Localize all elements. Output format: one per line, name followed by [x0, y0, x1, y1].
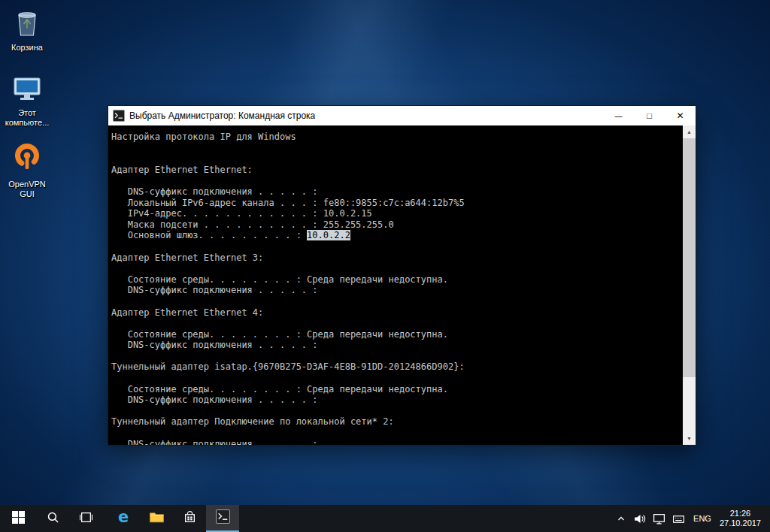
desktop-icon-label: Этот компьюте...	[4, 108, 50, 128]
console-line: Состояние среды. . . . . . . . : Среда п…	[111, 274, 683, 286]
console-text: Туннельный адаптер Подключение по локаль…	[111, 416, 394, 427]
console-text: Адаптер Ethernet Ethernet 4:	[111, 307, 263, 318]
console-line: Туннельный адаптер Подключение по локаль…	[111, 416, 683, 428]
console-line	[111, 428, 683, 439]
console-line	[111, 318, 683, 329]
console-line: Адаптер Ethernet Ethernet 3:	[111, 252, 683, 264]
taskbar-item-store[interactable]	[173, 505, 206, 532]
desktop: Корзина Этот компьюте...	[0, 0, 770, 505]
console-text: DNS-суффикс подключения . . . . . :	[111, 394, 318, 405]
command-prompt-window: Выбрать Администратор: Командная строка …	[108, 105, 696, 446]
console-line: IPv4-адрес. . . . . . . . . . . . : 10.0…	[111, 208, 683, 219]
console-text: Маска подсети . . . . . . . . . . : 255.…	[111, 219, 394, 230]
maximize-button[interactable]: □	[634, 106, 665, 125]
taskbar-item-cmd[interactable]	[206, 505, 239, 532]
volume-icon[interactable]	[633, 512, 646, 525]
console-line	[111, 241, 683, 252]
desktop-icon-label: OpenVPN GUI	[4, 180, 50, 199]
console-line: Локальный IPv6-адрес канала . . . : fe80…	[111, 198, 683, 209]
console-line	[111, 351, 683, 362]
svg-text:e: e	[118, 509, 129, 525]
minimize-button[interactable]: —	[603, 106, 634, 125]
console-line	[111, 406, 683, 417]
cmd-icon	[216, 509, 230, 527]
console-line	[111, 143, 683, 154]
console-output: Настройка протокола IP для Windows Адапт…	[108, 125, 683, 445]
touch-keyboard-icon[interactable]	[672, 512, 685, 525]
taskbar-item-edge[interactable]: e	[107, 505, 140, 532]
console-line: Маска подсети . . . . . . . . . . : 255.…	[111, 219, 683, 231]
desktop-icon-this-pc[interactable]: Этот компьюте...	[3, 75, 51, 128]
console-line: DNS-суффикс подключения . . . . . :	[111, 394, 683, 406]
console-text: Основной шлюз. . . . . . . . . :	[111, 230, 307, 240]
store-icon	[183, 511, 196, 527]
console-line	[111, 153, 683, 165]
edge-icon: e	[115, 509, 132, 528]
clock[interactable]: 21:26 27.10.2017	[720, 509, 761, 528]
desktop-icon-label: Корзина	[11, 43, 43, 53]
clock-date: 27.10.2017	[720, 518, 761, 528]
console-line: Основной шлюз. . . . . . . . . : 10.0.2.…	[111, 230, 683, 241]
search-button[interactable]	[36, 505, 69, 532]
window-controls: — □ ✕	[603, 106, 696, 125]
console-line: Адаптер Ethernet Ethernet 4:	[111, 307, 683, 319]
console-text: Адаптер Ethernet Ethernet:	[111, 165, 253, 175]
start-button[interactable]	[0, 505, 36, 532]
console-line: DNS-суффикс подключения . . . . . :	[111, 186, 683, 198]
scrollbar[interactable]: ▲ ▼	[683, 125, 696, 445]
search-icon	[47, 511, 59, 527]
task-view-icon	[80, 511, 92, 527]
console-line: DNS-суффикс подключения . . . . . :	[111, 285, 683, 296]
console-line: DNS-суффикс подключения . . . . . :	[111, 340, 683, 351]
console-text: Настройка протокола IP для Windows	[111, 131, 296, 142]
console-line: Настройка протокола IP для Windows	[111, 131, 683, 143]
cmd-icon	[113, 110, 125, 122]
console-line: Состояние среды. . . . . . . . : Среда п…	[111, 384, 683, 395]
clock-time: 21:26	[730, 509, 751, 518]
console-line: Туннельный адаптер isatap.{9670B275-D3AF…	[111, 361, 683, 373]
console-line: Адаптер Ethernet Ethernet:	[111, 165, 683, 176]
console-text: Состояние среды. . . . . . . . : Среда п…	[111, 384, 448, 394]
task-view-button[interactable]	[69, 505, 102, 532]
folder-icon	[150, 511, 164, 526]
console-text: DNS-суффикс подключения . . . . . :	[111, 439, 318, 445]
system-tray: ENG 21:26 27.10.2017	[616, 505, 770, 532]
language-indicator[interactable]: ENG	[692, 514, 713, 523]
console-text: DNS-суффикс подключения . . . . . :	[111, 186, 318, 197]
windows-logo-icon	[12, 511, 25, 527]
console-line	[111, 263, 683, 274]
console-text: IPv4-адрес. . . . . . . . . . . . : 10.0…	[111, 208, 372, 219]
console-line	[111, 175, 683, 186]
network-icon[interactable]	[653, 512, 665, 525]
desktop-icon-openvpn-gui[interactable]: OpenVPN GUI	[3, 143, 51, 199]
console-line	[111, 373, 683, 384]
taskbar: e	[0, 505, 770, 532]
selected-text: 10.0.2.2	[307, 230, 350, 240]
console-line: DNS-суффикс подключения . . . . . :	[111, 439, 683, 445]
close-button[interactable]: ✕	[665, 106, 696, 125]
hidden-icons-chevron-icon[interactable]	[616, 513, 626, 524]
scroll-down-button[interactable]: ▼	[683, 432, 696, 445]
console-text: Туннельный адаптер isatap.{9670B275-D3AF…	[111, 361, 465, 372]
console-text: DNS-суффикс подключения . . . . . :	[111, 340, 318, 350]
console-viewport[interactable]: Настройка протокола IP для Windows Адапт…	[108, 125, 696, 445]
window-title: Выбрать Администратор: Командная строка	[129, 110, 315, 121]
scroll-up-button[interactable]: ▲	[683, 125, 696, 138]
console-text: Локальный IPv6-адрес канала . . . : fe80…	[111, 198, 465, 208]
console-text: Состояние среды. . . . . . . . : Среда п…	[111, 274, 448, 285]
window-titlebar[interactable]: Выбрать Администратор: Командная строка …	[108, 106, 696, 125]
recycle-bin-icon	[14, 6, 40, 41]
console-text: Адаптер Ethernet Ethernet 3:	[111, 252, 263, 263]
taskbar-item-explorer[interactable]	[140, 505, 173, 532]
this-pc-icon	[12, 75, 42, 106]
console-text: Состояние среды. . . . . . . . : Среда п…	[111, 329, 448, 340]
openvpn-icon	[11, 143, 44, 177]
taskbar-spacer	[239, 505, 616, 532]
console-line: Состояние среды. . . . . . . . : Среда п…	[111, 329, 683, 340]
scrollbar-thumb[interactable]	[683, 138, 696, 377]
console-line	[111, 296, 683, 307]
console-text: DNS-суффикс подключения . . . . . :	[111, 285, 318, 295]
desktop-icon-recycle-bin[interactable]: Корзина	[3, 6, 51, 53]
